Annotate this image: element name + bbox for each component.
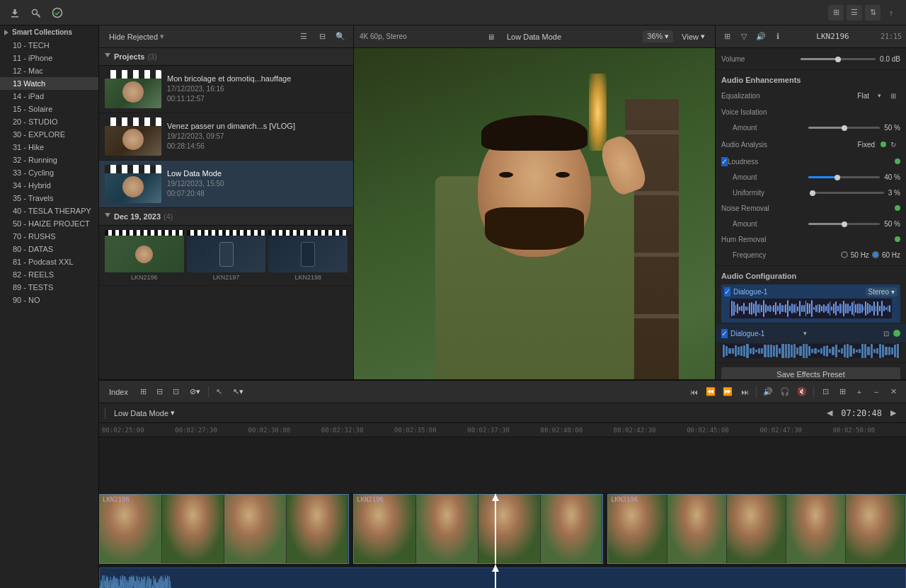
sidebar-item-70-rushs[interactable]: 70 - RUSHS [0, 230, 98, 243]
dialogue1-sub-checkbox[interactable]: ✓ [721, 329, 728, 338]
video-clip-3[interactable]: LKN2196 [607, 494, 906, 564]
freq-60-radio[interactable] [872, 251, 879, 258]
noise-amount-slider[interactable] [808, 223, 880, 225]
timeline-icon1[interactable]: ⊞ [137, 385, 151, 399]
audio-config-section: Audio Configuration ✓ Dialogue-1 Stereo … [716, 266, 906, 363]
frame-7 [478, 495, 541, 563]
sidebar-item-14-ipad[interactable]: 14 - iPad [0, 90, 98, 103]
sidebar-item-10-tech[interactable]: 10 - TECH [0, 39, 98, 52]
next-marker-icon[interactable]: ▶ [886, 406, 900, 420]
sidebar-item-12-mac[interactable]: 12 - Mac [0, 64, 98, 77]
voice-amount-slider[interactable] [808, 127, 880, 129]
dialogue1-checkbox[interactable]: ✓ [724, 287, 730, 296]
filmstrip-view-icon[interactable]: ⊟ [315, 30, 329, 44]
skip-end-icon[interactable]: ⏭ [738, 385, 752, 399]
audio-config-title[interactable]: Audio Configuration [716, 269, 906, 283]
sidebar-item-90-no[interactable]: 90 - NO [0, 294, 98, 306]
tool-dropdown[interactable]: ↖▾ [229, 386, 248, 398]
freq-50-radio[interactable] [841, 251, 848, 258]
pointer-icon[interactable]: ↖ [212, 385, 226, 399]
sidebar-item-32-running[interactable]: 32 - Running [0, 154, 98, 166]
check-icon[interactable] [50, 5, 65, 21]
zoom-out-icon[interactable]: − [869, 385, 883, 399]
filmstrip-item-1[interactable]: LKN2196 [105, 230, 184, 281]
sidebar-item-80-datas[interactable]: 80 - DATAS [0, 243, 98, 255]
project-item-1[interactable]: Mon bricolage et domotiq...hauffage 17/1… [99, 66, 353, 113]
zoom-fit-icon[interactable]: ⊞ [835, 385, 849, 399]
clapboard-3 [105, 165, 161, 173]
grid-icon[interactable]: ⊞ [828, 5, 844, 21]
video-clip-1[interactable]: LKN2196 [99, 494, 349, 564]
inspector-info-icon[interactable]: ℹ [771, 30, 785, 44]
dec19-header[interactable]: Dec 19, 2023 (4) [99, 208, 353, 226]
loudness-amount-slider[interactable] [808, 176, 880, 178]
timeline-icon2[interactable]: ⊟ [153, 385, 167, 399]
uniformity-slider[interactable] [810, 192, 884, 194]
filmstrip-item-3[interactable]: LKN2198 [268, 230, 348, 281]
mute-icon[interactable]: 🔇 [795, 385, 809, 399]
sidebar-item-30-explore[interactable]: 30 - EXPLORE [0, 128, 98, 141]
zoom-button[interactable]: 36% ▾ [643, 30, 673, 42]
list-icon[interactable]: ☰ [847, 5, 862, 21]
inspector-audio-icon[interactable]: 🔊 [754, 30, 768, 44]
loudness-checkbox[interactable]: ✓ [721, 157, 728, 166]
sort-icon[interactable]: ⇅ [865, 5, 881, 21]
export-icon[interactable]: ↑ [883, 5, 899, 21]
timeline-icon3[interactable]: ⊡ [169, 385, 183, 399]
audio-analysis-icon[interactable]: ↻ [886, 137, 900, 151]
audio-toggle-icon[interactable]: 🔊 [761, 385, 775, 399]
view-button[interactable]: View ▾ [677, 30, 709, 42]
sidebar-item-50-haize[interactable]: 50 - HAIZE PROJECT [0, 217, 98, 230]
index-button[interactable]: Index [105, 386, 132, 398]
sidebar-item-82-reels[interactable]: 82 - REELS [0, 268, 98, 281]
sidebar-item-33-cycling[interactable]: 33 - Cycling [0, 166, 98, 179]
sidebar-item-81-podcast[interactable]: 81 - Podcast XXL [0, 255, 98, 268]
sidebar-item-40-tesla[interactable]: 40 - TESLA THERAPY [0, 204, 98, 217]
projects-header[interactable]: Projects (3) [99, 48, 353, 66]
key-icon[interactable] [28, 5, 44, 21]
inspector-filter-icon[interactable]: ▽ [737, 30, 751, 44]
timeline-settings-icon[interactable]: ✕ [886, 385, 900, 399]
zoom-in-icon[interactable]: + [852, 385, 866, 399]
project-item-2[interactable]: Venez passer un dimanch...s [VLOG] 19/12… [99, 113, 353, 161]
freq-50-label: 50 Hz [851, 251, 869, 259]
skip-start-icon[interactable]: ⏮ [687, 385, 701, 399]
smart-collections-label: Smart Collections [12, 28, 72, 36]
ruler-mark-7: 00:02:42:30 [614, 427, 687, 434]
filmstrip-item-2[interactable]: LKN2197 [187, 230, 266, 281]
sidebar-item-20-studio[interactable]: 20 - STUDIO [0, 115, 98, 128]
next-frame-icon[interactable]: ⏩ [721, 385, 735, 399]
sidebar-item-34-hybrid[interactable]: 34 - Hybrid [0, 179, 98, 192]
audio-enhancements-title[interactable]: Audio Enhancements [716, 73, 906, 87]
hide-rejected-button[interactable]: Hide Rejected ▾ [105, 30, 168, 42]
timeline-sequence-dropdown[interactable]: Low Data Mode ▾ [110, 407, 179, 419]
video-clip-2[interactable]: LKN2196 [353, 494, 603, 564]
import-icon[interactable] [7, 5, 23, 21]
solo-icon[interactable]: 🎧 [778, 385, 792, 399]
thumb-content-3 [105, 173, 161, 203]
low-data-mode-button[interactable]: Low Data Mode [503, 31, 566, 42]
sidebar-item-15-solaire[interactable]: 15 - Solaire [0, 103, 98, 115]
dialogue1-sub-dropdown[interactable]: ▾ [798, 326, 812, 340]
list-view-icon[interactable]: ☰ [297, 30, 311, 44]
dialogue1-sub-icon1[interactable]: ⊡ [879, 326, 893, 340]
eq-edit-icon[interactable]: ⊞ [886, 88, 900, 103]
inspector-grid-icon[interactable]: ⊞ [720, 30, 734, 44]
stereo-dropdown[interactable]: Stereo ▾ [866, 287, 898, 296]
search-icon[interactable]: 🔍 [333, 30, 348, 44]
smart-collections-header[interactable]: Smart Collections [0, 25, 98, 39]
sidebar-item-35-travels[interactable]: 35 - Travels [0, 192, 98, 204]
prev-frame-icon[interactable]: ⏪ [704, 385, 718, 399]
sidebar-item-89-tests[interactable]: 89 - TESTS [0, 281, 98, 294]
project-item-3[interactable]: Low Data Mode 19/12/2023, 15:50 00:07:20… [99, 161, 353, 208]
frame-13 [846, 495, 905, 563]
volume-slider[interactable] [801, 58, 876, 60]
sidebar-item-13-watch[interactable]: 13 Watch [0, 77, 98, 90]
eq-dropdown-icon[interactable]: ▾ [872, 88, 886, 103]
prev-marker-icon[interactable]: ◀ [822, 406, 837, 420]
timeline-view-dropdown[interactable]: ⊘▾ [185, 386, 205, 398]
snap-icon[interactable]: ⊡ [818, 385, 832, 399]
sidebar-item-31-hike[interactable]: 31 - Hike [0, 141, 98, 154]
monitor-icon[interactable]: 🖥 [484, 30, 498, 44]
sidebar-item-11-iphone[interactable]: 11 - iPhone [0, 52, 98, 64]
